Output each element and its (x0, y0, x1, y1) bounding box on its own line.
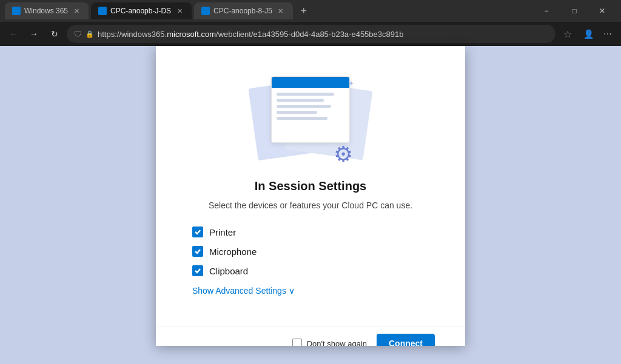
checkmark-icon (194, 248, 201, 255)
ill-line-4 (277, 111, 317, 114)
address-text: https://windows365.microsoft.com/webclie… (98, 30, 548, 39)
refresh-button[interactable]: ↻ (46, 25, 63, 42)
address-bar-row: ← → ↻ 🛡 🔒 https://windows365.microsoft.c… (0, 22, 621, 46)
address-bar[interactable]: 🛡 🔒 https://windows365.microsoft.com/web… (67, 25, 556, 43)
advanced-settings-text: Show Advanced Settings (192, 286, 286, 296)
checkmark-icon (194, 267, 201, 274)
extensions-button[interactable]: ⋯ (599, 25, 616, 42)
advanced-settings-link[interactable]: Show Advanced Settings ∨ (186, 286, 295, 296)
tab-cpc-j5[interactable]: CPC-anoopb-8-J5 ✕ (194, 2, 293, 19)
maximize-button[interactable]: □ (560, 2, 588, 19)
tab-3-label: CPC-anoopb-8-J5 (213, 7, 272, 15)
minimize-button[interactable]: − (532, 2, 560, 19)
tab-1-label: Windows 365 (24, 7, 68, 15)
browser-actions: 👤 ⋯ (580, 25, 616, 42)
printer-label: Printer (209, 227, 236, 237)
lock-icon: 🔒 (86, 30, 94, 38)
tab-2-close[interactable]: ✕ (175, 6, 184, 16)
tab-cpc-ds[interactable]: CPC-anoopb-J-DS ✕ (91, 2, 192, 19)
tab-2-icon (98, 7, 107, 15)
connect-button[interactable]: Connect (377, 334, 435, 346)
dont-show-text: Don't show again (307, 339, 367, 346)
illustration: ✦ ⚙ (250, 70, 371, 167)
modal-dialog: ✦ ⚙ In Session Settings Select the devic… (156, 46, 465, 346)
dont-show-checkbox[interactable] (292, 339, 302, 346)
checkboxes-group: Printer Microphone (186, 227, 435, 276)
content-area: ✦ ⚙ In Session Settings Select the devic… (0, 46, 621, 364)
tab-1-close[interactable]: ✕ (72, 6, 81, 16)
modal-footer: Don't show again Connect (156, 326, 465, 346)
printer-checkbox[interactable] (192, 227, 203, 237)
checkmark-icon (194, 228, 201, 236)
shield-icon: 🛡 (74, 30, 82, 39)
tab-1-icon (12, 7, 21, 15)
sparkle-icon: ✦ (348, 79, 354, 88)
chevron-down-icon: ∨ (289, 286, 295, 296)
tab-3-icon (201, 7, 210, 15)
printer-checkbox-item[interactable]: Printer (192, 227, 435, 237)
dont-show-label[interactable]: Don't show again (292, 339, 367, 346)
microphone-checkbox-item[interactable]: Microphone (192, 246, 435, 257)
new-tab-button[interactable]: + (295, 2, 312, 19)
bookmark-button[interactable]: ☆ (559, 25, 576, 42)
tab-2-label: CPC-anoopb-J-DS (110, 7, 171, 15)
back-button[interactable]: ← (5, 25, 22, 42)
modal-title: In Session Settings (255, 179, 366, 193)
close-button[interactable]: ✕ (588, 2, 616, 19)
profile-button[interactable]: 👤 (580, 25, 597, 42)
window-controls: − □ ✕ (532, 2, 616, 19)
modal-subtitle: Select the devices or features your Clou… (209, 199, 412, 212)
tab-windows365[interactable]: Windows 365 ✕ (5, 2, 89, 19)
browser-chrome: Windows 365 ✕ CPC-anoopb-J-DS ✕ CPC-anoo… (0, 0, 621, 46)
ill-line-1 (277, 93, 334, 96)
ill-window (271, 76, 350, 143)
microphone-checkbox[interactable] (192, 246, 203, 257)
gear-icon: ⚙ (334, 142, 353, 167)
clipboard-checkbox-item[interactable]: Clipboard (192, 265, 435, 276)
ill-lines (272, 88, 349, 125)
tab-3-close[interactable]: ✕ (276, 6, 286, 16)
ill-line-3 (277, 105, 331, 108)
clipboard-label: Clipboard (209, 266, 248, 276)
ill-line-2 (277, 99, 324, 102)
modal-content-area: ✦ ⚙ In Session Settings Select the devic… (156, 46, 465, 326)
tab-bar: Windows 365 ✕ CPC-anoopb-J-DS ✕ CPC-anoo… (0, 0, 621, 22)
ill-window-header (272, 77, 349, 88)
microphone-label: Microphone (209, 247, 257, 257)
ill-line-5 (277, 117, 327, 120)
clipboard-checkbox[interactable] (192, 265, 203, 276)
forward-button[interactable]: → (25, 25, 42, 42)
